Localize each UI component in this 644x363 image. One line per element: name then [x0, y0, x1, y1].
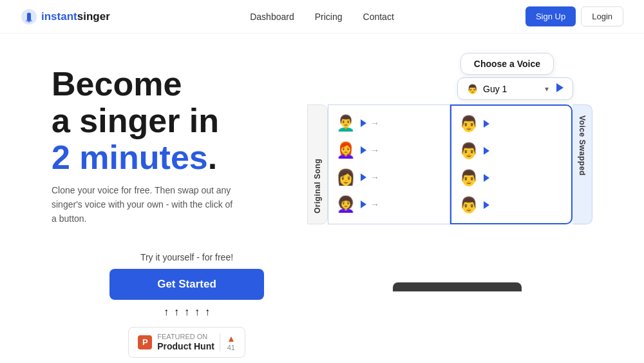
- swapped-emoji-3: 👨: [458, 169, 480, 187]
- voice-play-button[interactable]: [556, 83, 564, 94]
- play-original-2[interactable]: [361, 146, 366, 154]
- navbar: instantsinger Dashboard Pricing Contact …: [0, 0, 644, 34]
- play-original-3[interactable]: [361, 173, 366, 181]
- logo-icon: [21, 8, 37, 25]
- play-icon: [556, 83, 564, 92]
- product-hunt-count: ▲ 41: [220, 333, 236, 351]
- arrow-icon-4: →: [370, 199, 379, 210]
- arrow-3: ↑: [184, 306, 189, 318]
- original-song-panel: 👨‍🦱 → 👩‍🦰 → 👩 → 👩‍🦱: [328, 104, 450, 224]
- original-voice-row-4: 👩‍🦱 →: [334, 193, 444, 216]
- voice-emoji-3: 👩: [335, 168, 357, 186]
- original-voice-row-3: 👩 →: [334, 166, 444, 189]
- arrow-icon-1: →: [370, 118, 379, 128]
- swapped-voice-row-2: 👨: [457, 139, 566, 162]
- nav-actions: Sign Up Login: [526, 6, 623, 26]
- voice-selector-label: Guy 1: [483, 84, 507, 94]
- nav-link-dashboard[interactable]: Dashboard: [250, 12, 294, 22]
- product-hunt-icon: P: [138, 335, 152, 349]
- nav-link-contact[interactable]: Contact: [363, 12, 394, 22]
- bottom-bar-decoration: [393, 282, 522, 291]
- hero-left: Become a singer in 2 minutes. Clone your…: [52, 59, 322, 358]
- choose-voice-bubble: Choose a Voice: [460, 53, 554, 75]
- swapped-voice-row-3: 👨: [457, 166, 566, 190]
- original-song-label: Original Song: [307, 104, 328, 224]
- voice-selector-emoji: 👨: [467, 84, 478, 94]
- logo[interactable]: instantsinger: [21, 8, 110, 25]
- cta-section: Try it yourself - for free! Get Started …: [52, 252, 322, 358]
- product-hunt-badge[interactable]: P FEATURED ON Product Hunt ▲ 41: [128, 327, 245, 358]
- svg-rect-2: [29, 21, 30, 23]
- original-voice-row-1: 👨‍🦱 →: [334, 112, 444, 135]
- nav-link-pricing[interactable]: Pricing: [315, 12, 343, 22]
- try-text: Try it yourself - for free!: [52, 252, 322, 262]
- arrow-4: ↑: [194, 306, 200, 318]
- play-original-1[interactable]: [361, 119, 366, 127]
- play-swapped-2[interactable]: [484, 147, 489, 155]
- arrow-icon-3: →: [370, 172, 379, 182]
- hero-section: Become a singer in 2 minutes. Clone your…: [0, 34, 644, 363]
- play-original-4[interactable]: [361, 201, 366, 208]
- nav-links: Dashboard Pricing Contact: [250, 12, 394, 22]
- voice-swapped-panel: 👨 👨 👨 👨: [450, 104, 573, 224]
- upvote-arrows: ↑ ↑ ↑ ↑ ↑: [52, 306, 322, 318]
- chevron-down-icon: ▾: [545, 84, 549, 93]
- logo-text: instantsinger: [41, 10, 110, 23]
- hero-subtitle: Clone your voice for free. Then swap out…: [52, 183, 238, 226]
- signup-button[interactable]: Sign Up: [526, 6, 576, 26]
- swapped-voice-row-4: 👨: [457, 193, 566, 217]
- get-started-button[interactable]: Get Started: [109, 269, 264, 300]
- voice-emoji-4: 👩‍🦱: [335, 195, 357, 213]
- arrow-icon-2: →: [370, 145, 379, 155]
- play-swapped-1[interactable]: [484, 120, 489, 128]
- arrow-5: ↑: [205, 306, 210, 318]
- arrow-1: ↑: [164, 306, 169, 318]
- swapped-emoji-4: 👨: [458, 196, 480, 214]
- login-button[interactable]: Login: [581, 6, 623, 26]
- voice-swapped-label: Voice Swapped: [573, 104, 592, 224]
- voice-emoji-1: 👨‍🦱: [335, 114, 357, 132]
- hero-title: Become a singer in 2 minutes.: [52, 66, 322, 177]
- swapped-emoji-2: 👨: [458, 142, 480, 160]
- swapped-voice-row-1: 👨: [457, 112, 566, 135]
- panels-container: Original Song 👨‍🦱 → 👩‍🦰 → 👩: [307, 104, 592, 224]
- play-swapped-3[interactable]: [484, 174, 489, 182]
- swapped-emoji-1: 👨: [458, 115, 480, 133]
- voice-selector[interactable]: 👨 Guy 1 ▾: [457, 77, 573, 100]
- product-hunt-text: FEATURED ON Product Hunt: [157, 333, 214, 352]
- original-voice-row-2: 👩‍🦰 →: [334, 139, 444, 162]
- play-swapped-4[interactable]: [484, 201, 489, 209]
- voice-panel-area: Choose a Voice 👨 Guy 1 ▾ Original Song 👨…: [322, 53, 592, 272]
- arrow-2: ↑: [174, 306, 179, 318]
- voice-emoji-2: 👩‍🦰: [335, 141, 357, 159]
